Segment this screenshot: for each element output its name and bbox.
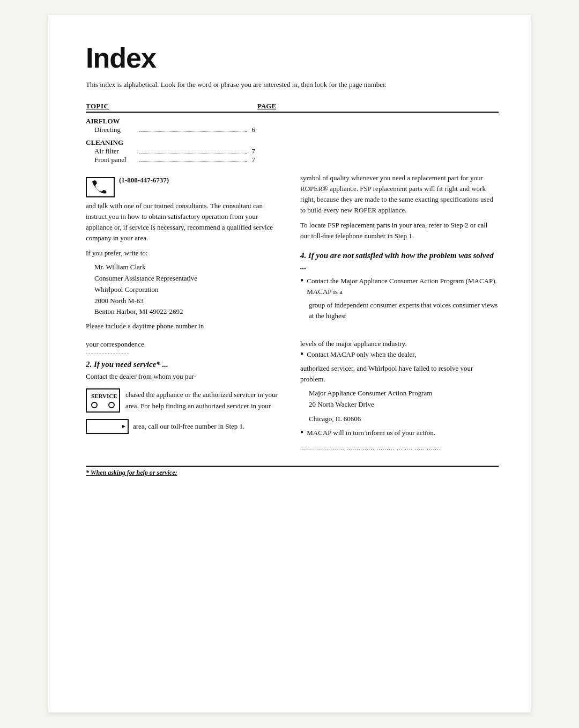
phone-number: (1-800-447-6737)	[119, 176, 169, 185]
levels-text: levels of the major appliance industry.	[300, 339, 499, 349]
intro-text: This index is alphabetical. Look for the…	[86, 79, 499, 90]
dot-leader	[139, 131, 247, 132]
index-cleaning: CLEANING Air filter 7 Front panel 7	[86, 138, 499, 164]
right-column: symbol of quality whenever you need a re…	[300, 173, 499, 453]
topic-header-label: TOPIC	[86, 102, 193, 111]
index-sub-label: Directing	[94, 126, 137, 134]
index-page-num: 6	[249, 126, 255, 134]
phone-number-block: (1-800-447-6737)	[119, 176, 169, 185]
index-airflow: AIRFLOW Directing 6	[86, 117, 499, 134]
service-text2: area, call our toll-free number in Step …	[133, 421, 244, 432]
index-main-airflow: AIRFLOW	[86, 117, 499, 126]
bullet-text-1: Contact the Major Appliance Consumer Act…	[307, 276, 499, 297]
macap-action-text: MACAP will in turn inform us of your act…	[307, 428, 435, 438]
index-page-num-frontpanel: 7	[249, 156, 255, 164]
partial-top-text: symbol of quality whenever you need a re…	[300, 173, 499, 216]
index-sub-directing: Directing 6	[86, 126, 499, 134]
address-name: Mr. William Clark	[94, 262, 284, 273]
correspondence-text: your correspondence.	[86, 340, 284, 349]
bottom-partial: ...................... .............. ..…	[300, 444, 499, 453]
step4-heading-text: 4. If you are not satisfied with how the…	[300, 251, 494, 271]
macap-action-item: • MACAP will in turn inform us of your a…	[300, 428, 499, 438]
macap-street: 20 North Wacker Drive	[309, 399, 499, 410]
index-sub-label-frontpanel: Front panel	[94, 156, 137, 164]
authorized-text: authorized servicer, and Whirlpool have …	[300, 363, 499, 385]
footnote-bar: * When asking for help or service:	[86, 466, 499, 477]
service-icon-container: SERVICE chased the appliance or the auth…	[86, 388, 284, 412]
page-title: Index	[86, 42, 499, 74]
address-title: Consumer Assistance Representative	[94, 273, 284, 284]
macap-city: Chicago, IL 60606	[309, 414, 499, 424]
page-header-label: PAGE	[257, 102, 276, 111]
bullet-dot-3: •	[300, 428, 303, 438]
left-column: (1-800-447-6737) and talk with one of ou…	[86, 173, 284, 453]
index-sub-airfilter: Air filter 7	[86, 147, 499, 156]
index-header: TOPIC PAGE	[86, 102, 499, 113]
macap-name: Major Appliance Consumer Action Program	[309, 388, 499, 399]
address-block: Mr. William Clark Consumer Assistance Re…	[94, 262, 284, 318]
index-page-num-airfilter: 7	[249, 147, 255, 156]
arrow-box: ▸	[86, 419, 129, 434]
phone-icon	[86, 177, 115, 197]
dot-leader-frontpanel	[139, 161, 247, 162]
dot-leader-airfilter	[139, 153, 247, 153]
bullet-item-1: • Contact the Major Appliance Consumer A…	[300, 276, 499, 297]
arrow-icon: ▸	[122, 422, 125, 430]
footnote-text: * When asking for help or service:	[86, 469, 499, 477]
arrow-section: ▸ area, call our toll-free number in Ste…	[86, 416, 284, 437]
service-label: SERVICE	[91, 393, 117, 399]
main-content-two-col: (1-800-447-6737) and talk with one of ou…	[86, 173, 499, 453]
phone-container: (1-800-447-6737)	[86, 176, 284, 197]
step2-text: Contact the dealer from whom you pur-	[86, 371, 284, 382]
please-include-text: Please include a daytime phone number in	[86, 321, 284, 332]
wheel-left	[91, 402, 98, 408]
index-main-cleaning: CLEANING	[86, 138, 499, 147]
address-city: Benton Harbor, MI 49022-2692	[94, 306, 284, 318]
prefer-write-text: If you prefer, write to:	[86, 248, 284, 259]
macap-address: Major Appliance Consumer Action Program …	[309, 388, 499, 410]
phone-svg	[92, 180, 109, 195]
index-sub-frontpanel: Front panel 7	[86, 156, 499, 164]
locate-fsp-text: To locate FSP replacement parts in your …	[300, 220, 499, 241]
service-text1: chased the appliance or the authorized s…	[125, 389, 284, 411]
bullet-dot-2: •	[300, 349, 303, 360]
bullet-dot-1: •	[300, 276, 303, 297]
dashed-divider	[86, 353, 129, 354]
address-company: Whirlpool Corporation	[94, 284, 284, 296]
service-wheels	[91, 402, 115, 408]
group-text: group of independent consumer experts th…	[309, 300, 499, 321]
index-sub-label-airfilter: Air filter	[94, 147, 137, 156]
service-badge: SERVICE	[86, 388, 120, 412]
step2-heading: 2. If you need service* ...	[86, 360, 284, 369]
phone-intro-text: and talk with one of our trained consult…	[86, 201, 284, 244]
step4-heading: 4. If you are not satisfied with how the…	[300, 250, 499, 273]
bullet-item-2: • Contact MACAP only when the dealer,	[300, 349, 499, 360]
bullet-text-2: Contact MACAP only when the dealer,	[307, 349, 416, 360]
document-page: Index This index is alphabetical. Look f…	[48, 15, 531, 712]
wheel-right	[108, 402, 115, 408]
address-street: 2000 North M-63	[94, 296, 284, 307]
